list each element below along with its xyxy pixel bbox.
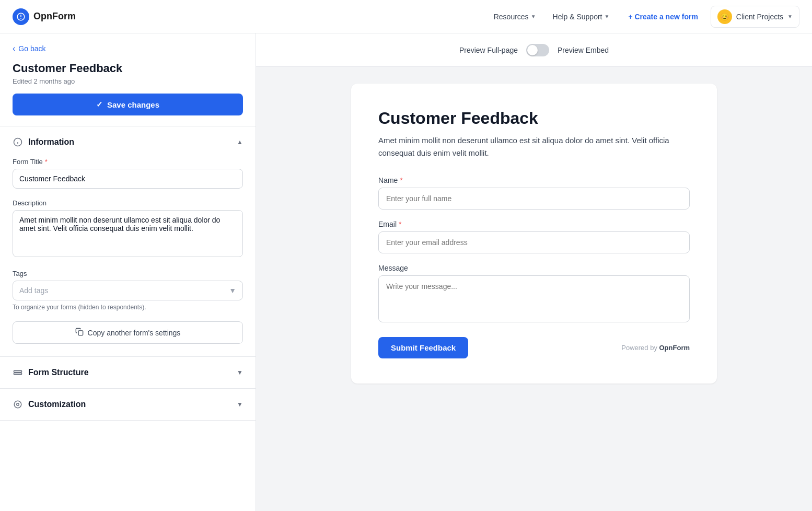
required-indicator: * [399,220,401,228]
form-structure-section: Form Structure ▼ [0,357,256,389]
header-navigation: Resources ▼ Help & Support ▼ + Create a … [488,6,799,28]
name-input[interactable] [378,188,690,210]
required-indicator: * [45,158,48,166]
form-structure-section-header[interactable]: Form Structure ▼ [0,357,256,388]
chevron-up-icon: ▲ [237,138,243,146]
svg-rect-4 [14,370,22,372]
go-back-link[interactable]: ‹ Go back [13,44,243,53]
form-structure-title: Form Structure [13,367,89,378]
customization-section-header[interactable]: Customization ▼ [0,389,256,420]
information-section-title: Information [13,137,74,147]
form-card-description: Amet minim mollit non deserunt ullamco e… [378,134,690,159]
svg-point-6 [17,403,19,406]
main-layout: ‹ Go back Customer Feedback Edited 2 mon… [0,33,812,511]
submit-row: Submit Feedback Powered by OpnForm [378,337,690,358]
message-textarea[interactable] [378,275,690,322]
create-new-form-button[interactable]: + Create a new form [620,8,706,25]
name-field-label: Name * [378,176,690,184]
required-indicator: * [400,176,402,184]
form-card-title: Customer Feedback [378,109,690,128]
customization-title: Customization [13,399,86,410]
preview-full-page-label: Preview Full-page [459,46,518,54]
logo-icon [13,8,29,25]
chevron-down-icon: ▼ [237,401,243,408]
app-header: OpnForm Resources ▼ Help & Support ▼ + C… [0,0,812,33]
workspace-label: Client Projects [736,13,783,21]
email-input[interactable] [378,231,690,253]
copy-icon [75,328,84,338]
message-field-label: Message [378,264,690,272]
svg-point-7 [14,401,21,408]
copy-settings-button[interactable]: Copy another form's settings [13,321,243,344]
message-field-group: Message [378,264,690,324]
powered-by: Powered by OpnForm [621,344,690,352]
form-title-label: Form Title * [13,158,243,166]
customization-icon [13,399,23,410]
sidebar-top: ‹ Go back Customer Feedback Edited 2 mon… [0,33,256,126]
form-subtitle: Edited 2 months ago [13,77,243,85]
check-icon: ✓ [96,100,103,109]
avatar: 😊 [717,9,732,24]
description-textarea[interactable]: Amet minim mollit non deserunt ullamco e… [13,210,243,257]
right-panel: Preview Full-page Preview Embed Customer… [256,33,812,511]
email-field-group: Email * [378,220,690,253]
chevron-down-icon: ▼ [604,14,609,19]
preview-toggle[interactable] [526,44,549,56]
back-arrow-icon: ‹ [13,44,15,53]
toggle-knob [527,45,538,55]
information-section-header[interactable]: Information ▲ [0,126,256,158]
chevron-down-icon: ▼ [229,286,236,295]
description-label: Description [13,199,243,207]
preview-embed-label: Preview Embed [558,46,609,54]
form-title-heading: Customer Feedback [13,62,243,75]
chevron-down-icon: ▼ [531,14,536,19]
tags-select[interactable]: Add tags ▼ [13,281,243,300]
svg-rect-3 [78,331,83,335]
form-preview-area: Customer Feedback Amet minim mollit non … [256,67,812,400]
nav-help-support[interactable]: Help & Support ▼ [547,8,616,25]
sidebar: ‹ Go back Customer Feedback Edited 2 mon… [0,33,256,511]
name-field-group: Name * [378,176,690,210]
info-icon [13,137,23,147]
form-title-field: Form Title * [13,158,243,189]
preview-bar: Preview Full-page Preview Embed [256,33,812,67]
description-field: Description Amet minim mollit non deseru… [13,199,243,259]
chevron-down-icon: ▼ [237,369,243,376]
information-section-content: Form Title * Description Amet minim moll… [0,158,256,356]
tags-hint: To organize your forms (hidden to respon… [13,304,243,311]
nav-resources[interactable]: Resources ▼ [488,8,542,25]
form-card: Customer Feedback Amet minim mollit non … [351,84,717,384]
logo-svg [16,12,26,21]
tags-label: Tags [13,270,243,277]
logo-text: OpnForm [33,11,76,22]
save-changes-button[interactable]: ✓ Save changes [13,94,243,115]
workspace-selector[interactable]: 😊 Client Projects ▼ [711,6,799,28]
information-section: Information ▲ Form Title * Description A… [0,126,256,357]
tags-field: Tags Add tags ▼ To organize your forms (… [13,270,243,311]
svg-rect-5 [14,373,22,375]
logo[interactable]: OpnForm [13,8,76,25]
submit-button[interactable]: Submit Feedback [378,337,468,358]
form-title-input[interactable] [13,169,243,189]
form-structure-icon [13,367,23,378]
customization-section: Customization ▼ [0,389,256,421]
email-field-label: Email * [378,220,690,228]
chevron-down-icon: ▼ [787,14,793,19]
